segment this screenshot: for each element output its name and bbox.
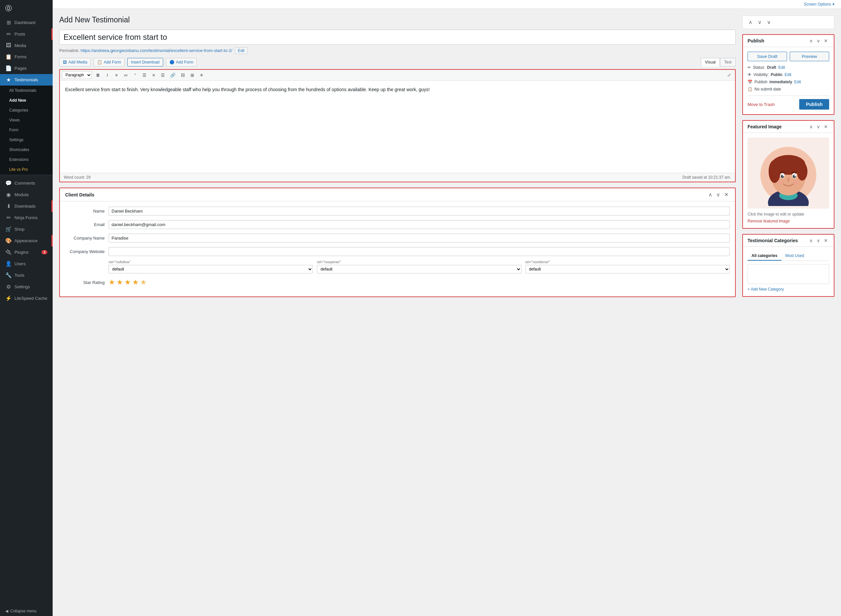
- ctrl-up-button[interactable]: ∧: [747, 18, 755, 26]
- featured-img-close[interactable]: ✕: [823, 124, 829, 129]
- status-edit-link[interactable]: Edit: [778, 65, 785, 70]
- featured-img-collapse-up[interactable]: ∧: [808, 124, 814, 129]
- add-form-button-1[interactable]: 📋 Add Form: [94, 58, 125, 66]
- sidebar-item-forms[interactable]: 📋 Forms: [0, 51, 53, 63]
- sidebar-item-all-testimonials[interactable]: All Testimonials: [0, 85, 53, 95]
- sidebar-item-settings-main[interactable]: ⚙ Settings: [0, 281, 53, 293]
- star-3[interactable]: ★: [125, 278, 131, 287]
- insert-download-button[interactable]: Insert Download: [127, 58, 163, 66]
- align-left-button[interactable]: ☰: [140, 71, 149, 79]
- save-draft-button[interactable]: Save Draft: [747, 52, 787, 61]
- ordered-list-button[interactable]: ≔: [122, 71, 130, 79]
- sidebar-item-ninja-forms[interactable]: ✏ Ninja Forms: [0, 212, 53, 223]
- sidebar-item-lite-vs-pro[interactable]: Lite vs Pro: [0, 164, 53, 175]
- sidebar-item-pages[interactable]: 📄 Pages: [0, 63, 53, 74]
- svg-point-11: [782, 175, 784, 176]
- italic-button[interactable]: I: [103, 71, 111, 79]
- bold-button[interactable]: B: [94, 71, 102, 79]
- ninja-forms-icon: ✏: [5, 214, 12, 221]
- sidebar-item-add-new[interactable]: Add New: [0, 95, 53, 105]
- sidebar-item-media[interactable]: 🖼 Media: [0, 40, 53, 51]
- categories-collapse-up[interactable]: ∧: [808, 238, 814, 243]
- publish-panel-header: Publish ∧ ∨ ✕: [743, 35, 834, 47]
- sidebar-item-posts[interactable]: ✏ Posts: [0, 28, 53, 40]
- table-button[interactable]: ⊞: [188, 71, 196, 79]
- email-input[interactable]: [108, 220, 730, 229]
- sidebar-item-users[interactable]: 👤 Users: [0, 258, 53, 270]
- sidebar-item-label: Appearance: [15, 238, 38, 243]
- blockquote-button[interactable]: ": [131, 71, 139, 79]
- link-button[interactable]: 🔗: [168, 71, 178, 79]
- publish-button[interactable]: Publish: [799, 99, 829, 110]
- sidebar-item-form[interactable]: Form: [0, 125, 53, 135]
- client-details-collapse-up[interactable]: ∧: [707, 192, 714, 198]
- most-used-tab[interactable]: Most Used: [781, 251, 808, 261]
- rel-noreferrer-select[interactable]: default noreferrer: [526, 265, 730, 273]
- star-rating-widget[interactable]: ★ ★ ★ ★ ★: [108, 278, 147, 287]
- rel-noopener-select[interactable]: default noopener: [317, 265, 521, 273]
- svg-point-14: [794, 175, 796, 176]
- featured-img-collapse-down[interactable]: ∨: [815, 124, 821, 129]
- sidebar-item-modula[interactable]: ◉ Modula: [0, 189, 53, 200]
- sidebar-item-appearance[interactable]: 🎨 Appearance: [0, 235, 53, 246]
- sidebar-logo: ⓪: [0, 0, 53, 17]
- publish-close[interactable]: ✕: [823, 38, 829, 43]
- editor-content-area[interactable]: Excellent service from start to finish. …: [60, 81, 735, 173]
- move-to-trash-link[interactable]: Move to Trash: [747, 102, 775, 107]
- visibility-edit-link[interactable]: Edit: [784, 72, 791, 77]
- client-details-close[interactable]: ✕: [723, 192, 730, 198]
- ctrl-down-button[interactable]: ∨: [756, 18, 764, 26]
- company-website-input[interactable]: [108, 247, 730, 256]
- sidebar-item-shortcodes[interactable]: Shortcodes: [0, 145, 53, 155]
- permalink-edit-button[interactable]: Edit: [235, 47, 248, 54]
- preview-button[interactable]: Preview: [790, 52, 829, 61]
- sidebar-item-downloads[interactable]: ⬇ Downloads: [0, 200, 53, 212]
- categories-collapse-down[interactable]: ∨: [815, 238, 821, 243]
- publish-collapse-up[interactable]: ∧: [808, 38, 814, 43]
- sidebar-item-extensions[interactable]: Extensions: [0, 155, 53, 164]
- visual-tab[interactable]: Visual: [701, 58, 720, 66]
- sidebar-item-testimonials[interactable]: ★ Testimonials: [0, 74, 53, 85]
- sidebar-item-comments[interactable]: 💬 Comments: [0, 177, 53, 189]
- dashboard-icon: ⊞: [5, 19, 12, 26]
- add-form-button-2[interactable]: 🔵 Add Form: [166, 58, 197, 66]
- publish-collapse-down[interactable]: ∨: [815, 38, 821, 43]
- text-tab[interactable]: Text: [720, 58, 736, 66]
- star-4[interactable]: ★: [132, 278, 139, 287]
- star-1[interactable]: ★: [108, 278, 115, 287]
- screen-options-button[interactable]: Screen Options ▾: [804, 2, 834, 7]
- sidebar-item-litespeed[interactable]: ⚡ LiteSpeed Cache: [0, 293, 53, 304]
- format-select[interactable]: Paragraph Heading 1 Heading 2 Heading 3: [62, 71, 92, 79]
- ctrl-close-button[interactable]: ∨: [765, 18, 773, 26]
- categories-input-area[interactable]: [747, 264, 829, 284]
- star-2[interactable]: ★: [116, 278, 123, 287]
- star-5[interactable]: ★: [140, 278, 147, 287]
- company-name-input[interactable]: [108, 234, 730, 242]
- add-media-button[interactable]: 🖼 Add Media: [59, 58, 91, 66]
- remove-featured-image-link[interactable]: Remove featured image: [747, 219, 790, 223]
- sidebar-item-views[interactable]: Views: [0, 115, 53, 125]
- featured-image-container[interactable]: [747, 138, 829, 208]
- align-center-button[interactable]: ≡: [149, 71, 158, 79]
- sidebar-item-shop[interactable]: 🛒 Shop: [0, 223, 53, 235]
- sidebar-item-dashboard[interactable]: ⊞ Dashboard: [0, 17, 53, 28]
- collapse-menu[interactable]: ◀ Collapse menu: [0, 606, 53, 616]
- sidebar-item-tools[interactable]: 🔧 Tools: [0, 270, 53, 281]
- all-categories-tab[interactable]: All categories: [747, 251, 781, 261]
- sidebar-item-settings[interactable]: Settings: [0, 135, 53, 145]
- name-input[interactable]: [108, 207, 730, 216]
- categories-close[interactable]: ✕: [823, 238, 829, 243]
- publish-time-edit-link[interactable]: Edit: [794, 80, 801, 84]
- expand-editor-button[interactable]: ⤢: [725, 71, 733, 79]
- unordered-list-button[interactable]: ≡: [112, 71, 121, 79]
- rel-nofollow-select[interactable]: default nofollow: [108, 265, 313, 273]
- post-title-input[interactable]: [59, 29, 736, 45]
- add-new-category-link[interactable]: + Add New Category: [747, 287, 784, 292]
- sidebar-item-categories[interactable]: Categories: [0, 105, 53, 115]
- more-button[interactable]: ✳: [197, 71, 206, 79]
- permalink-url[interactable]: https://andreea.georgeciobanu.com/testim…: [81, 48, 232, 53]
- sidebar-item-plugins[interactable]: 🔌 Plugins 2: [0, 246, 53, 258]
- align-right-button[interactable]: ☰: [158, 71, 167, 79]
- unlink-button[interactable]: ⛓: [178, 71, 187, 79]
- client-details-collapse-down[interactable]: ∨: [715, 192, 722, 198]
